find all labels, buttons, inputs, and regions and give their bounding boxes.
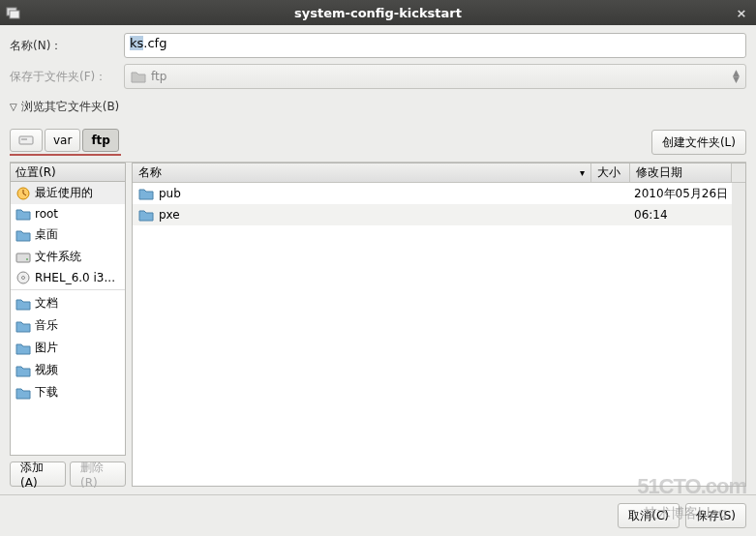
- folder-icon: [15, 386, 31, 400]
- titlebar: system-config-kickstart ×: [0, 0, 756, 25]
- window-title: system-config-kickstart: [294, 6, 462, 20]
- close-icon[interactable]: ×: [733, 4, 750, 21]
- sidebar-item-pictures[interactable]: 图片: [11, 337, 125, 359]
- places-list: 最近使用的 root 桌面 文件系统: [10, 182, 126, 456]
- svg-rect-5: [16, 253, 30, 262]
- filename-input[interactable]: ks.cfg: [124, 33, 746, 58]
- column-name[interactable]: 名称 ▾: [133, 164, 591, 182]
- sidebar-item-desktop[interactable]: 桌面: [11, 223, 125, 246]
- sidebar-item-videos[interactable]: 视频: [11, 359, 125, 381]
- svg-rect-1: [10, 11, 19, 18]
- chevron-updown-icon: ▲▼: [733, 70, 740, 83]
- file-row[interactable]: pxe 06:14: [133, 204, 745, 225]
- places-header[interactable]: 位置(R): [10, 163, 126, 182]
- drive-icon: [15, 251, 31, 264]
- browse-other-expander[interactable]: ▽ 浏览其它文件夹(B): [10, 95, 746, 119]
- folder-icon: [15, 297, 31, 311]
- triangle-down-icon: ▽: [10, 102, 17, 112]
- remove-button: 删除(R): [70, 462, 126, 487]
- scrollbar[interactable]: [732, 183, 745, 486]
- svg-point-6: [26, 258, 28, 260]
- folder-icon: [15, 207, 31, 221]
- column-size[interactable]: 大小: [591, 164, 630, 182]
- sidebar-item-music[interactable]: 音乐: [11, 314, 125, 337]
- cancel-button[interactable]: 取消(C): [618, 503, 680, 528]
- file-list: 名称 ▾ 大小 修改日期 pub 2010年05月26日: [132, 163, 746, 487]
- breadcrumb-var[interactable]: var: [45, 129, 80, 152]
- sidebar-item-documents[interactable]: 文档: [11, 292, 125, 314]
- breadcrumb-root[interactable]: [10, 129, 43, 152]
- folder-icon: [15, 228, 31, 242]
- add-button[interactable]: 添加(A): [10, 462, 66, 487]
- sidebar-item-root[interactable]: root: [11, 204, 125, 223]
- sidebar-item-recent[interactable]: 最近使用的: [11, 182, 125, 204]
- folder-icon: [138, 208, 154, 222]
- disc-icon: [15, 271, 31, 284]
- folder-icon: [15, 364, 31, 377]
- sidebar-item-filesystem[interactable]: 文件系统: [11, 246, 125, 268]
- name-label: 名称(N)：: [10, 38, 116, 54]
- sidebar-item-rhel[interactable]: RHEL_6.0 i3...: [11, 268, 125, 287]
- folder-icon: [131, 70, 146, 83]
- breadcrumb-ftp[interactable]: ftp: [82, 129, 119, 152]
- app-icon: [6, 5, 21, 20]
- create-folder-button[interactable]: 创建文件夹(L): [651, 130, 746, 155]
- column-date[interactable]: 修改日期: [630, 164, 732, 182]
- folder-combo[interactable]: ftp ▲▼: [124, 64, 746, 89]
- save-button[interactable]: 保存(S): [685, 503, 746, 528]
- recent-icon: [15, 187, 31, 200]
- svg-point-8: [22, 277, 25, 280]
- sort-down-icon: ▾: [580, 167, 585, 178]
- svg-rect-3: [21, 138, 27, 140]
- drive-icon: [18, 134, 34, 146]
- file-row[interactable]: pub 2010年05月26日: [133, 183, 745, 204]
- scrollbar-corner: [732, 164, 745, 182]
- folder-label: 保存于文件夹(F)：: [10, 69, 116, 85]
- sidebar-separator: [11, 289, 125, 290]
- folder-icon: [15, 319, 31, 333]
- folder-icon: [15, 342, 31, 355]
- breadcrumb: var ftp: [10, 129, 121, 156]
- folder-icon: [138, 187, 154, 200]
- sidebar-item-downloads[interactable]: 下载: [11, 381, 125, 403]
